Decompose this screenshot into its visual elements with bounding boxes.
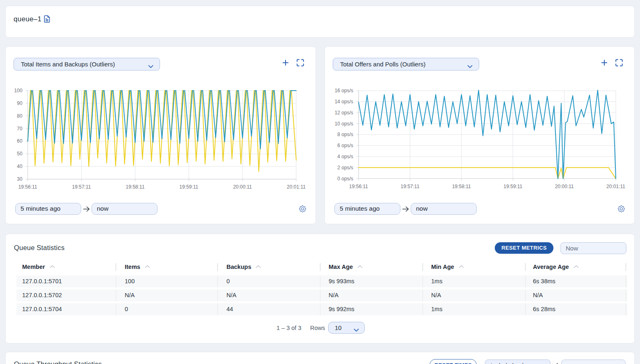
svg-text:4 ops/s: 4 ops/s [337, 154, 353, 159]
svg-text:19:57:11: 19:57:11 [72, 184, 91, 190]
svg-text:19:59:11: 19:59:11 [503, 184, 522, 189]
svg-text:19:56:11: 19:56:11 [349, 184, 368, 189]
svg-text:19:56:11: 19:56:11 [18, 184, 37, 190]
svg-text:20:00:11: 20:00:11 [555, 184, 574, 189]
svg-text:16 ops/s: 16 ops/s [335, 88, 353, 93]
svg-text:0 ops/s: 0 ops/s [337, 176, 353, 182]
svg-text:20:01:11: 20:01:11 [606, 184, 625, 189]
svg-text:19:58:11: 19:58:11 [126, 184, 144, 190]
svg-text:19:58:11: 19:58:11 [452, 184, 471, 189]
svg-text:40: 40 [17, 164, 23, 169]
svg-text:19:59:11: 19:59:11 [179, 184, 198, 190]
svg-text:20:01:11: 20:01:11 [287, 184, 306, 190]
svg-text:10 ops/s: 10 ops/s [335, 121, 353, 127]
svg-text:19:57:11: 19:57:11 [400, 184, 419, 189]
svg-text:70: 70 [17, 126, 23, 132]
svg-text:100: 100 [14, 88, 23, 93]
svg-text:14 ops/s: 14 ops/s [335, 99, 353, 105]
svg-text:30: 30 [17, 176, 23, 182]
svg-text:12 ops/s: 12 ops/s [335, 110, 353, 116]
svg-text:90: 90 [17, 100, 23, 106]
svg-text:50: 50 [17, 151, 23, 157]
svg-text:8 ops/s: 8 ops/s [337, 132, 353, 137]
svg-text:6 ops/s: 6 ops/s [337, 143, 353, 148]
svg-text:80: 80 [17, 113, 23, 119]
svg-text:2 ops/s: 2 ops/s [337, 165, 353, 171]
svg-text:20:00:11: 20:00:11 [233, 184, 252, 190]
svg-text:60: 60 [17, 138, 23, 144]
